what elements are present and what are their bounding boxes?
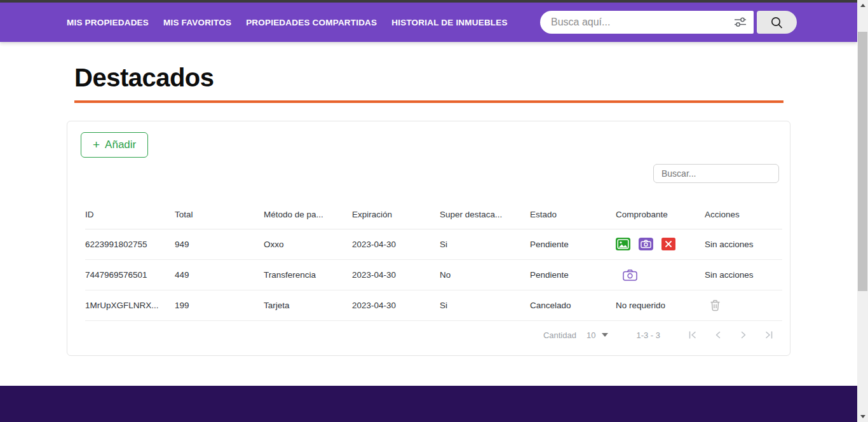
cell-expiracion: 2023-04-30 xyxy=(352,229,440,259)
cell-expiracion: 2023-04-30 xyxy=(352,290,440,320)
cell-id: 6223991802755 xyxy=(85,229,175,259)
cell-super-destacado: Si xyxy=(440,290,530,320)
nav-item-mis-propiedades[interactable]: MIS PROPIEDADES xyxy=(67,18,149,27)
camera-outline-icon[interactable] xyxy=(622,268,638,282)
scroll-down-icon[interactable] xyxy=(857,411,868,422)
cell-super-destacado: No xyxy=(440,259,530,290)
cell-acciones: Sin acciones xyxy=(705,229,782,259)
add-button-label: Añadir xyxy=(105,139,136,151)
scroll-up-icon[interactable] xyxy=(857,0,868,11)
pagination-bar: Cantidad 10 1-3 - 3 xyxy=(543,320,775,350)
scrollbar-thumb[interactable] xyxy=(858,32,867,291)
nav-item-mis-favoritos[interactable]: MIS FAVORITOS xyxy=(163,18,231,27)
featured-panel: + Añadir ID Total Método de pa... Expira… xyxy=(67,121,790,356)
featured-table: ID Total Método de pa... Expiración Supe… xyxy=(85,201,782,321)
cell-expiracion: 2023-04-30 xyxy=(352,259,440,290)
page-title: Destacados xyxy=(74,64,214,92)
col-id: ID xyxy=(85,201,175,229)
col-super-destacado: Super destaca... xyxy=(440,201,530,229)
cell-estado: Pendiente xyxy=(530,229,616,259)
navbar-search-group xyxy=(540,11,797,34)
cell-metodo: Transferencia xyxy=(264,259,352,290)
page-size-label: Cantidad xyxy=(543,330,576,340)
title-underline xyxy=(74,100,783,103)
cell-metodo: Tarjeta xyxy=(264,290,352,320)
cell-estado: Cancelado xyxy=(530,290,616,320)
image-icon[interactable] xyxy=(616,238,630,250)
col-total: Total xyxy=(175,201,264,229)
page-size-value[interactable]: 10 xyxy=(587,330,595,340)
plus-icon: + xyxy=(93,138,100,152)
nav-item-propiedades-compartidas[interactable]: PROPIEDADES COMPARTIDAS xyxy=(246,18,377,27)
cell-acciones xyxy=(705,290,782,320)
cell-metodo: Oxxo xyxy=(264,229,352,259)
table-row: 1MrUpXGFLNRX... 199 Tarjeta 2023-04-30 S… xyxy=(85,290,782,320)
cell-acciones: Sin acciones xyxy=(705,259,782,290)
navbar-search-button[interactable] xyxy=(757,11,797,34)
cell-id: 7447969576501 xyxy=(85,259,175,290)
first-page-icon[interactable] xyxy=(687,329,698,341)
main-nav: MIS PROPIEDADES MIS FAVORITOS PROPIEDADE… xyxy=(0,18,508,27)
col-acciones: Acciones xyxy=(705,201,782,229)
navbar: MIS PROPIEDADES MIS FAVORITOS PROPIEDADE… xyxy=(0,3,857,42)
cell-total: 199 xyxy=(175,290,264,320)
cell-comprobante xyxy=(616,229,705,259)
search-icon xyxy=(770,15,784,30)
cell-total: 449 xyxy=(175,259,264,290)
trash-icon[interactable] xyxy=(710,299,721,311)
table-row: 7447969576501 449 Transferencia 2023-04-… xyxy=(85,259,782,290)
table-header-row: ID Total Método de pa... Expiración Supe… xyxy=(85,201,782,229)
col-metodo: Método de pa... xyxy=(264,201,352,229)
sliders-icon[interactable] xyxy=(733,15,748,30)
add-button[interactable]: + Añadir xyxy=(81,132,148,158)
footer xyxy=(0,386,857,422)
cell-total: 949 xyxy=(175,229,264,259)
col-comprobante: Comprobante xyxy=(616,201,705,229)
cell-estado: Pendiente xyxy=(530,259,616,290)
col-expiracion: Expiración xyxy=(352,201,440,229)
cell-super-destacado: Si xyxy=(440,229,530,259)
next-page-icon[interactable] xyxy=(738,329,749,341)
last-page-icon[interactable] xyxy=(763,329,775,341)
close-icon[interactable] xyxy=(661,238,675,250)
chevron-down-icon[interactable] xyxy=(602,333,608,337)
cell-id: 1MrUpXGFLNRX... xyxy=(85,290,175,320)
camera-icon[interactable] xyxy=(639,238,653,250)
table-row: 6223991802755 949 Oxxo 2023-04-30 Si Pen… xyxy=(85,229,782,259)
nav-item-historial-de-inmuebles[interactable]: HISTORIAL DE INMUEBLES xyxy=(391,18,507,27)
navbar-search-input[interactable] xyxy=(540,11,754,34)
pagination-range: 1-3 - 3 xyxy=(636,330,660,340)
cell-comprobante xyxy=(616,259,705,290)
navbar-search-field xyxy=(540,11,754,34)
col-estado: Estado xyxy=(530,201,616,229)
vertical-scrollbar[interactable] xyxy=(857,0,868,422)
prev-page-icon[interactable] xyxy=(712,329,724,341)
cell-comprobante: No requerido xyxy=(616,290,705,320)
table-search-input[interactable] xyxy=(653,164,779,183)
